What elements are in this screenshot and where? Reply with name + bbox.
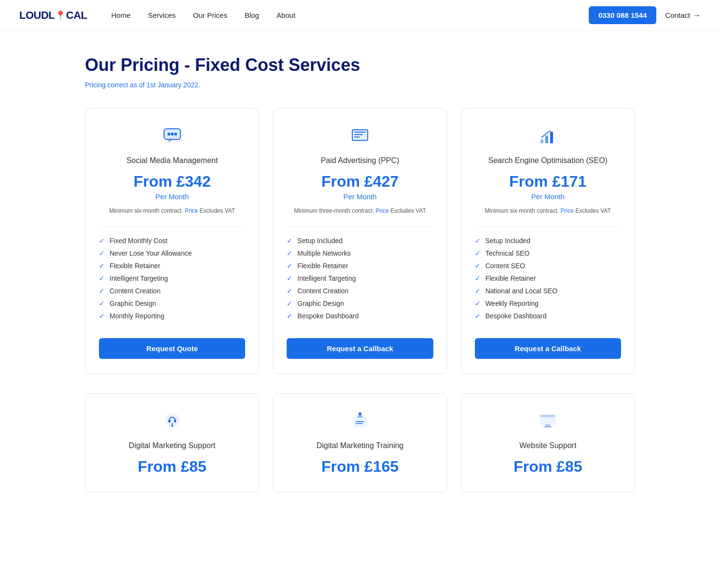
check-icon: ✓: [475, 300, 481, 307]
check-icon: ✓: [99, 237, 105, 245]
ws-title: Website Support: [519, 441, 576, 450]
subtitle-link[interactable]: Pricing: [85, 81, 106, 89]
feature-item: ✓Content Creation: [287, 287, 433, 295]
feature-item: ✓Monthly Reporting: [99, 312, 245, 320]
check-icon: ✓: [475, 237, 481, 245]
svg-point-2: [167, 133, 170, 136]
social-media-title: Social Media Management: [126, 156, 218, 165]
feature-item: ✓Setup Included: [475, 237, 621, 245]
social-media-btn[interactable]: Request Quote: [99, 338, 245, 359]
seo-icon: [539, 126, 557, 149]
logo[interactable]: LOUDL📍CAL: [19, 9, 87, 22]
nav-about[interactable]: About: [277, 11, 295, 19]
feature-item: ✓Never Lose Your Allowance: [99, 249, 245, 257]
svg-rect-11: [545, 136, 548, 143]
subtitle-text: correct as of 1st January 2022.: [108, 81, 200, 89]
svg-rect-8: [354, 134, 363, 135]
feature-item: ✓Weekly Reporting: [475, 300, 621, 307]
check-icon: ✓: [99, 274, 105, 282]
check-icon: ✓: [475, 274, 481, 282]
check-icon: ✓: [99, 300, 105, 307]
seo-title: Search Engine Optimisation (SEO): [488, 156, 608, 165]
feature-item: ✓Graphic Design: [99, 300, 245, 307]
svg-rect-24: [540, 415, 555, 417]
social-media-icon: [163, 126, 181, 149]
pricing-card-dmt: Digital Marketing Training From £165: [273, 393, 447, 492]
social-media-note: Minimum six-month contract. Price Exclud…: [109, 206, 235, 215]
ppc-features: ✓Setup Included ✓Multiple Networks ✓Flex…: [287, 237, 433, 325]
page-subtitle: Pricing correct as of 1st January 2022.: [85, 81, 635, 89]
svg-point-3: [171, 133, 174, 136]
svg-rect-26: [543, 426, 552, 427]
nav-our-prices[interactable]: Our Prices: [193, 11, 227, 19]
feature-item: ✓Content SEO: [475, 262, 621, 270]
pricing-card-ppc: Paid Advertising (PPC) From £427 Per Mon…: [273, 108, 447, 374]
seo-note: Minimum six-month contract. Price Exclud…: [485, 206, 611, 215]
seo-btn[interactable]: Request a Callback: [475, 338, 621, 359]
seo-period: Per Month: [531, 192, 565, 201]
navbar: LOUDL📍CAL Home Services Our Prices Blog …: [0, 0, 720, 31]
pricing-card-dms: Digital Marketing Support From £85: [85, 393, 259, 492]
check-icon: ✓: [287, 237, 292, 245]
feature-item: ✓Multiple Networks: [287, 249, 433, 257]
phone-button[interactable]: 0330 088 1544: [589, 6, 656, 24]
svg-rect-18: [354, 418, 366, 426]
check-icon: ✓: [287, 249, 292, 257]
ws-icon: [539, 411, 557, 434]
check-icon: ✓: [287, 274, 292, 282]
check-icon: ✓: [99, 249, 105, 257]
nav-home[interactable]: Home: [111, 11, 130, 19]
check-icon: ✓: [287, 312, 292, 320]
pricing-card-seo: Search Engine Optimisation (SEO) From £1…: [461, 108, 635, 374]
logo-pin: 📍: [55, 10, 66, 21]
check-icon: ✓: [287, 300, 292, 307]
check-icon: ✓: [475, 262, 481, 270]
feature-item: ✓Flexible Retainer: [475, 274, 621, 282]
feature-item: ✓Intelligent Targeting: [99, 274, 245, 282]
svg-rect-14: [168, 420, 170, 423]
seo-features: ✓Setup Included ✓Technical SEO ✓Content …: [475, 237, 621, 325]
pricing-grid: Social Media Management From £342 Per Mo…: [85, 108, 635, 374]
dmt-icon: [351, 411, 369, 434]
feature-item: ✓Setup Included: [287, 237, 433, 245]
pricing-card-social-media: Social Media Management From £342 Per Mo…: [85, 108, 259, 374]
social-media-price: From £342: [134, 173, 211, 191]
dms-price: From £85: [138, 458, 207, 476]
pricing-card-ws: Website Support From £85: [461, 393, 635, 492]
check-icon: ✓: [475, 312, 481, 320]
feature-item: ✓Content Creation: [99, 287, 245, 295]
dmt-title: Digital Marketing Training: [317, 441, 404, 450]
nav-links: Home Services Our Prices Blog About: [111, 11, 589, 20]
ws-price: From £85: [513, 458, 582, 476]
feature-item: ✓Bespoke Dashboard: [475, 312, 621, 320]
social-media-divider: [99, 227, 245, 227]
ppc-note: Minimum three-month contract. Price Excl…: [294, 206, 426, 215]
check-icon: ✓: [475, 249, 481, 257]
svg-point-16: [171, 425, 173, 427]
ppc-price: From £427: [321, 173, 399, 191]
ppc-btn[interactable]: Request a Callback: [287, 338, 433, 359]
social-media-features: ✓Fixed Monthly Cost ✓Never Lose Your All…: [99, 237, 245, 325]
svg-rect-12: [550, 132, 553, 143]
svg-rect-9: [354, 137, 360, 137]
feature-item: ✓National and Local SEO: [475, 287, 621, 295]
ppc-icon: [351, 126, 369, 149]
check-icon: ✓: [99, 287, 105, 295]
contact-link[interactable]: Contact: [665, 11, 701, 20]
svg-rect-7: [354, 132, 366, 133]
ppc-divider: [287, 227, 433, 227]
feature-item: ✓Bespoke Dashboard: [287, 312, 433, 320]
page-content: Our Pricing - Fixed Cost Services Pricin…: [70, 31, 650, 521]
nav-blog[interactable]: Blog: [245, 11, 259, 19]
svg-point-4: [174, 133, 177, 136]
check-icon: ✓: [475, 287, 481, 295]
nav-services[interactable]: Services: [148, 11, 176, 19]
feature-item: ✓Graphic Design: [287, 300, 433, 307]
dms-icon: [163, 411, 181, 434]
svg-point-20: [359, 412, 361, 415]
social-media-period: Per Month: [155, 192, 189, 201]
svg-rect-10: [540, 139, 543, 143]
feature-item: ✓Flexible Retainer: [287, 262, 433, 270]
svg-rect-15: [174, 420, 176, 423]
nav-actions: 0330 088 1544 Contact: [589, 6, 701, 24]
